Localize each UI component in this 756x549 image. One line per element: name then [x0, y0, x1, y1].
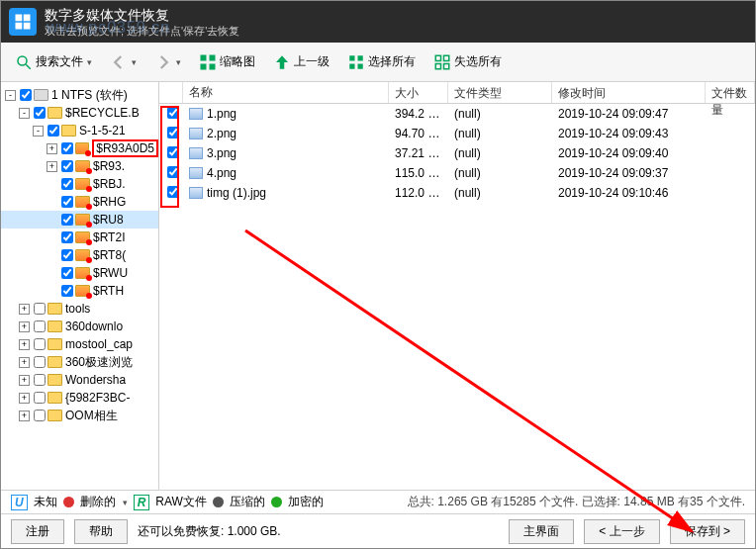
- col-checkbox[interactable]: [159, 82, 183, 103]
- svg-rect-15: [444, 55, 449, 60]
- dot-compressed-icon: [213, 497, 224, 507]
- help-button[interactable]: 帮助: [74, 519, 128, 544]
- folder-icon: [47, 320, 62, 332]
- home-button[interactable]: 主界面: [509, 519, 574, 544]
- tree-checkbox[interactable]: [61, 267, 73, 279]
- tree-checkbox[interactable]: [34, 320, 46, 332]
- tree-checkbox[interactable]: [20, 89, 32, 101]
- tree-expander[interactable]: -: [19, 108, 30, 119]
- tree-node[interactable]: +mostool_cap: [1, 335, 158, 353]
- tree-checkbox[interactable]: [61, 178, 73, 190]
- file-date: 2019-10-24 09:09:40: [552, 146, 706, 160]
- col-size[interactable]: 大小: [389, 82, 448, 103]
- tree-label: $RHG: [93, 195, 126, 209]
- file-list[interactable]: 1.png394.2 KB(null)2019-10-24 09:09:472.…: [159, 104, 755, 490]
- tree-checkbox[interactable]: [34, 303, 46, 315]
- file-row[interactable]: 2.png94.70 KB(null)2019-10-24 09:09:43: [159, 124, 755, 143]
- tree-node[interactable]: +tools: [1, 300, 158, 318]
- tree-node[interactable]: $RBJ.: [1, 175, 158, 193]
- folder-icon: [75, 285, 90, 297]
- tree-expander[interactable]: -: [5, 90, 16, 101]
- tree-expander[interactable]: -: [33, 126, 44, 137]
- tree-checkbox[interactable]: [34, 410, 46, 421]
- file-row[interactable]: 4.png115.0 KB(null)2019-10-24 09:09:37: [159, 163, 755, 183]
- tree-checkbox[interactable]: [61, 160, 73, 172]
- tree-checkbox[interactable]: [47, 125, 59, 137]
- tree-node[interactable]: +360极速浏览: [1, 353, 158, 371]
- tree-expander: [47, 268, 57, 279]
- col-count[interactable]: 文件数量: [706, 82, 755, 103]
- tree-expander[interactable]: +: [19, 339, 30, 350]
- tree-checkbox[interactable]: [34, 356, 46, 368]
- col-type[interactable]: 文件类型: [448, 82, 552, 103]
- tree-expander[interactable]: +: [19, 411, 30, 421]
- tree-node[interactable]: $RT8(: [1, 246, 158, 264]
- up-level-button[interactable]: 上一级: [265, 49, 337, 75]
- col-date[interactable]: 修改时间: [552, 82, 706, 103]
- tree-node[interactable]: $RT2I: [1, 229, 158, 246]
- folder-icon: [75, 249, 90, 261]
- tree-node[interactable]: +$R93A0D5: [1, 139, 158, 157]
- tree-checkbox[interactable]: [34, 374, 46, 386]
- tree-label: $R93A0D5: [92, 139, 158, 157]
- tree-node[interactable]: -$RECYCLE.B: [1, 104, 158, 122]
- tree-expander[interactable]: +: [19, 304, 30, 315]
- folder-icon: [75, 178, 90, 190]
- prev-step-button[interactable]: < 上一步: [584, 519, 659, 544]
- folder-tree[interactable]: -1 NTFS (软件)-$RECYCLE.B-S-1-5-21+$R93A0D…: [1, 82, 159, 490]
- tree-checkbox[interactable]: [34, 107, 46, 119]
- file-row[interactable]: timg (1).jpg112.0 KB(null)2019-10-24 09:…: [159, 183, 755, 203]
- file-size: 115.0 KB: [389, 166, 448, 180]
- tree-checkbox[interactable]: [34, 338, 46, 350]
- tree-node[interactable]: +{5982F3BC-: [1, 389, 158, 407]
- tree-expander[interactable]: +: [19, 375, 30, 386]
- nav-forward-button[interactable]: ▾: [146, 49, 189, 75]
- window-title: 数字多媒体文件恢复: [45, 6, 239, 24]
- tree-node[interactable]: +Wondersha: [1, 371, 158, 389]
- svg-rect-2: [16, 23, 23, 30]
- file-row[interactable]: 3.png37.21 KB(null)2019-10-24 09:09:40: [159, 143, 755, 163]
- file-row[interactable]: 1.png394.2 KB(null)2019-10-24 09:09:47: [159, 104, 755, 124]
- tree-checkbox[interactable]: [61, 196, 73, 208]
- tree-expander[interactable]: +: [47, 143, 57, 154]
- tree-checkbox[interactable]: [61, 231, 73, 243]
- file-type: (null): [448, 146, 552, 160]
- tree-checkbox[interactable]: [61, 249, 73, 261]
- tree-checkbox[interactable]: [61, 214, 73, 226]
- file-name: timg (1).jpg: [207, 186, 266, 200]
- tree-node[interactable]: +$R93.: [1, 157, 158, 175]
- arrow-right-icon: [154, 53, 172, 71]
- tree-node[interactable]: $RTH: [1, 282, 158, 300]
- col-name[interactable]: 名称: [183, 82, 389, 103]
- status-summary: 总共: 1.265 GB 有15285 个文件. 已选择: 14.85 MB 有…: [408, 494, 745, 510]
- tree-node[interactable]: $RWU: [1, 264, 158, 282]
- tree-node[interactable]: -S-1-5-21: [1, 122, 158, 139]
- save-to-button[interactable]: 保存到 >: [670, 519, 745, 544]
- tree-expander[interactable]: +: [19, 393, 30, 404]
- tree-label: $RT8(: [93, 248, 126, 262]
- tree-checkbox[interactable]: [61, 142, 73, 154]
- select-all-button[interactable]: 选择所有: [339, 49, 424, 75]
- thumbnails-button[interactable]: 缩略图: [191, 49, 263, 75]
- tree-node[interactable]: -1 NTFS (软件): [1, 86, 158, 104]
- tree-node[interactable]: +OOM相生: [1, 407, 158, 424]
- register-button[interactable]: 注册: [11, 519, 64, 544]
- svg-rect-6: [201, 54, 207, 60]
- tree-expander[interactable]: +: [47, 161, 57, 172]
- arrow-left-icon: [110, 53, 128, 71]
- folder-icon: [75, 231, 90, 243]
- tree-node[interactable]: $RU8: [1, 211, 158, 229]
- tree-node[interactable]: $RHG: [1, 193, 158, 211]
- search-button[interactable]: 搜索文件▾: [7, 49, 100, 75]
- tree-node[interactable]: +360downlo: [1, 318, 158, 335]
- nav-back-button[interactable]: ▾: [102, 49, 144, 75]
- tree-checkbox[interactable]: [61, 285, 73, 297]
- deselect-all-button[interactable]: 失选所有: [425, 49, 510, 75]
- grid-icon: [199, 53, 217, 71]
- svg-rect-9: [210, 63, 216, 69]
- file-type: (null): [448, 186, 552, 200]
- tree-expander[interactable]: +: [19, 321, 30, 332]
- legend-unknown: 未知: [34, 494, 57, 510]
- tree-expander[interactable]: +: [19, 357, 30, 368]
- tree-checkbox[interactable]: [34, 392, 46, 404]
